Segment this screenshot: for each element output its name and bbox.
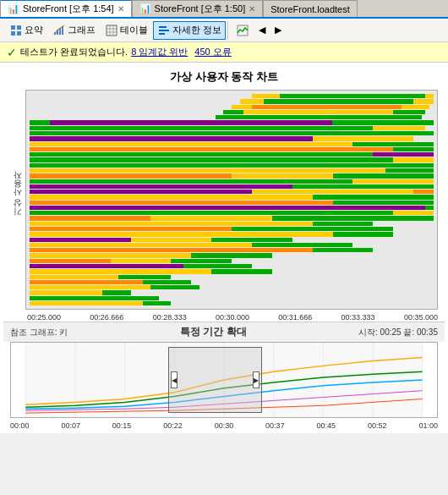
tab-bar: 📊 StoreFront [오후 1:54] ✕ 📊 StoreFront [오… bbox=[0, 0, 448, 19]
bar-segment bbox=[243, 110, 393, 114]
svg-rect-2 bbox=[11, 31, 15, 36]
bar-segment bbox=[280, 94, 425, 98]
bar-segment bbox=[30, 168, 385, 173]
chart-title: 가상 사용자 동작 차트 bbox=[3, 66, 445, 86]
svg-rect-1 bbox=[17, 25, 21, 30]
x-axis: 00:25.00000:26.66600:28.33300:30.00000:3… bbox=[10, 313, 438, 322]
tab-close-1[interactable]: ✕ bbox=[117, 4, 124, 14]
bar-row bbox=[30, 115, 434, 119]
summary-label: 요약 bbox=[25, 24, 43, 36]
bar-segment bbox=[264, 99, 413, 103]
bar-row bbox=[30, 163, 434, 168]
bar-row bbox=[30, 206, 434, 210]
selection-box[interactable]: ◀▶ bbox=[168, 347, 262, 413]
bar-row bbox=[30, 211, 434, 215]
nav-btn1[interactable]: ◀ bbox=[254, 22, 270, 38]
bar-segment bbox=[30, 131, 434, 135]
bar-segment bbox=[30, 248, 313, 252]
bar-segment bbox=[30, 253, 191, 257]
selection-left-handle[interactable]: ◀ bbox=[171, 371, 178, 388]
reference-bar: 참조 그래프: 키 특정 기간 확대 시작: 00:25 끝: 00:35 bbox=[3, 322, 445, 342]
bar-segment bbox=[30, 142, 352, 146]
bar-row bbox=[30, 222, 434, 226]
bar-row bbox=[30, 131, 434, 135]
check-icon: ✓ bbox=[7, 46, 17, 59]
y-axis-label: 기상 사용자 bbox=[10, 90, 25, 310]
tab-3[interactable]: StoreFront.loadtest bbox=[263, 0, 358, 17]
bar-row bbox=[30, 110, 434, 114]
error-link[interactable]: 450 오류 bbox=[194, 46, 231, 58]
svg-rect-8 bbox=[107, 25, 117, 36]
svg-rect-15 bbox=[159, 33, 165, 35]
nav-btn2[interactable]: ▶ bbox=[270, 22, 286, 38]
bar-row bbox=[30, 190, 434, 194]
graph-button[interactable]: 그래프 bbox=[48, 21, 100, 40]
summary-button[interactable]: 요약 bbox=[5, 21, 47, 40]
x-axis-label: 00:31.666 bbox=[278, 313, 312, 322]
svg-rect-3 bbox=[17, 31, 21, 36]
bar-segment bbox=[30, 126, 373, 130]
img-button[interactable] bbox=[232, 21, 254, 40]
mini-x-axis-label: 00:52 bbox=[368, 421, 387, 430]
bar-segment bbox=[30, 232, 333, 236]
bar-segment bbox=[30, 136, 313, 140]
bar-row bbox=[30, 168, 434, 173]
bar-segment bbox=[30, 206, 425, 210]
svg-rect-5 bbox=[57, 30, 58, 35]
mini-x-axis: 00:0000:0700:1500:2200:3000:3700:4500:52… bbox=[3, 421, 445, 430]
tab-label-3: StoreFront.loadtest bbox=[270, 4, 350, 14]
table-button[interactable]: 테이블 bbox=[101, 21, 152, 40]
tab-close-2[interactable]: ✕ bbox=[249, 4, 255, 14]
tab-1[interactable]: 📊 StoreFront [오후 1:54] ✕ bbox=[0, 0, 132, 17]
bar-row bbox=[30, 179, 434, 184]
x-axis-label: 00:30.000 bbox=[216, 313, 249, 322]
bar-segment bbox=[30, 152, 373, 157]
bar-segment bbox=[30, 179, 352, 184]
bar-segment bbox=[30, 195, 313, 199]
grid-icon bbox=[9, 24, 23, 37]
svg-rect-7 bbox=[62, 26, 63, 35]
bar-row bbox=[30, 120, 434, 124]
bar-row bbox=[30, 126, 434, 130]
tab-icon-1: 📊 bbox=[8, 3, 19, 14]
bar-segment bbox=[30, 296, 159, 300]
bar-row bbox=[30, 105, 434, 109]
x-axis-label: 00:25.000 bbox=[27, 313, 61, 322]
ref-title: 특정 기간 확대 bbox=[74, 325, 352, 339]
ref-label: 참조 그래프: 키 bbox=[10, 327, 68, 338]
bar-segment bbox=[30, 280, 143, 284]
bar-segment bbox=[30, 264, 183, 268]
bar-row bbox=[30, 285, 434, 289]
arrow-left-icon: ◀ bbox=[259, 25, 265, 36]
bar-row bbox=[30, 301, 434, 305]
bar-segment bbox=[30, 211, 393, 215]
bar-row bbox=[30, 152, 434, 157]
threshold-link[interactable]: 8 임계값 위반 bbox=[131, 46, 188, 58]
bar-segment bbox=[30, 147, 393, 151]
bar-row bbox=[30, 184, 434, 189]
bar-row bbox=[30, 227, 434, 231]
bar-row bbox=[30, 248, 434, 252]
mini-chart: ◀▶ bbox=[10, 342, 438, 418]
bar-row bbox=[30, 238, 434, 242]
tab-2[interactable]: 📊 StoreFront [오후 1:50] ✕ bbox=[132, 0, 264, 17]
selection-right-handle[interactable]: ▶ bbox=[253, 371, 260, 388]
mini-x-axis-label: 00:45 bbox=[317, 421, 336, 430]
bar-segment bbox=[30, 190, 252, 194]
bar-segment bbox=[30, 243, 252, 247]
mini-x-axis-label: 00:00 bbox=[10, 421, 30, 430]
tab-label-2: StoreFront [오후 1:50] bbox=[155, 3, 246, 15]
bar-segment bbox=[50, 120, 333, 124]
bar-segment bbox=[30, 290, 102, 294]
bar-segment bbox=[30, 184, 292, 189]
table-icon bbox=[105, 24, 118, 37]
bar-segment bbox=[30, 201, 333, 205]
bar-row bbox=[30, 142, 434, 146]
mini-x-axis-label: 00:15 bbox=[112, 421, 132, 430]
bar-row bbox=[30, 232, 434, 236]
bar-row bbox=[30, 99, 434, 103]
bar-row bbox=[30, 259, 434, 263]
mini-x-axis-label: 00:37 bbox=[265, 421, 285, 430]
bar-segment bbox=[30, 216, 150, 220]
detail-button[interactable]: 자세한 정보 bbox=[153, 21, 226, 40]
